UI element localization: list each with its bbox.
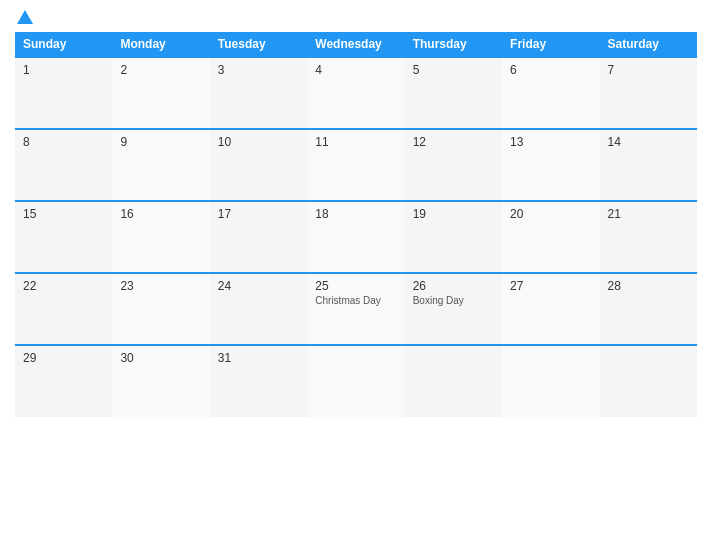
- calendar-week-row: 293031: [15, 345, 697, 417]
- calendar-cell: 8: [15, 129, 112, 201]
- calendar-cell: 24: [210, 273, 307, 345]
- day-number: 30: [120, 351, 201, 365]
- calendar-cell: 2: [112, 57, 209, 129]
- calendar-cell: 14: [600, 129, 697, 201]
- calendar-cell: 5: [405, 57, 502, 129]
- calendar-cell: 12: [405, 129, 502, 201]
- day-number: 29: [23, 351, 104, 365]
- calendar-cell: 3: [210, 57, 307, 129]
- day-number: 4: [315, 63, 396, 77]
- day-number: 7: [608, 63, 689, 77]
- calendar-week-row: 891011121314: [15, 129, 697, 201]
- day-number: 17: [218, 207, 299, 221]
- day-number: 11: [315, 135, 396, 149]
- day-number: 28: [608, 279, 689, 293]
- calendar-cell: 10: [210, 129, 307, 201]
- day-number: 26: [413, 279, 494, 293]
- day-number: 19: [413, 207, 494, 221]
- day-number: 21: [608, 207, 689, 221]
- day-number: 10: [218, 135, 299, 149]
- calendar-cell: 7: [600, 57, 697, 129]
- day-number: 14: [608, 135, 689, 149]
- calendar-cell: [600, 345, 697, 417]
- day-number: 9: [120, 135, 201, 149]
- weekday-header-wednesday: Wednesday: [307, 32, 404, 57]
- calendar-week-row: 1234567: [15, 57, 697, 129]
- calendar-week-row: 15161718192021: [15, 201, 697, 273]
- day-number: 23: [120, 279, 201, 293]
- day-number: 22: [23, 279, 104, 293]
- calendar-cell: 29: [15, 345, 112, 417]
- calendar-table: SundayMondayTuesdayWednesdayThursdayFrid…: [15, 32, 697, 417]
- day-number: 24: [218, 279, 299, 293]
- calendar-cell: 1: [15, 57, 112, 129]
- weekday-header-sunday: Sunday: [15, 32, 112, 57]
- calendar-cell: 9: [112, 129, 209, 201]
- day-number: 13: [510, 135, 591, 149]
- calendar-cell: 6: [502, 57, 599, 129]
- calendar-cell: 13: [502, 129, 599, 201]
- calendar-cell: 19: [405, 201, 502, 273]
- weekday-header-tuesday: Tuesday: [210, 32, 307, 57]
- day-number: 27: [510, 279, 591, 293]
- day-number: 8: [23, 135, 104, 149]
- day-number: 31: [218, 351, 299, 365]
- calendar-cell: 28: [600, 273, 697, 345]
- day-number: 25: [315, 279, 396, 293]
- day-number: 1: [23, 63, 104, 77]
- header: [15, 10, 697, 24]
- calendar-cell: [405, 345, 502, 417]
- calendar-cell: 30: [112, 345, 209, 417]
- calendar-cell: 16: [112, 201, 209, 273]
- event-label: Boxing Day: [413, 295, 494, 306]
- calendar-cell: 25Christmas Day: [307, 273, 404, 345]
- page: SundayMondayTuesdayWednesdayThursdayFrid…: [0, 0, 712, 550]
- day-number: 20: [510, 207, 591, 221]
- day-number: 2: [120, 63, 201, 77]
- calendar-cell: [307, 345, 404, 417]
- day-number: 5: [413, 63, 494, 77]
- calendar-cell: 18: [307, 201, 404, 273]
- day-number: 15: [23, 207, 104, 221]
- weekday-header-saturday: Saturday: [600, 32, 697, 57]
- calendar-cell: 22: [15, 273, 112, 345]
- calendar-cell: 23: [112, 273, 209, 345]
- day-number: 16: [120, 207, 201, 221]
- calendar-cell: 26Boxing Day: [405, 273, 502, 345]
- calendar-cell: 4: [307, 57, 404, 129]
- calendar-week-row: 22232425Christmas Day26Boxing Day2728: [15, 273, 697, 345]
- logo: [15, 10, 33, 24]
- weekday-header-monday: Monday: [112, 32, 209, 57]
- calendar-cell: 17: [210, 201, 307, 273]
- weekday-header-friday: Friday: [502, 32, 599, 57]
- logo-triangle-icon: [17, 10, 33, 24]
- calendar-cell: 15: [15, 201, 112, 273]
- calendar-cell: 11: [307, 129, 404, 201]
- calendar-cell: 21: [600, 201, 697, 273]
- event-label: Christmas Day: [315, 295, 396, 306]
- calendar-cell: 20: [502, 201, 599, 273]
- calendar-cell: [502, 345, 599, 417]
- day-number: 3: [218, 63, 299, 77]
- weekday-header-row: SundayMondayTuesdayWednesdayThursdayFrid…: [15, 32, 697, 57]
- calendar-cell: 27: [502, 273, 599, 345]
- day-number: 12: [413, 135, 494, 149]
- weekday-header-thursday: Thursday: [405, 32, 502, 57]
- day-number: 6: [510, 63, 591, 77]
- calendar-cell: 31: [210, 345, 307, 417]
- day-number: 18: [315, 207, 396, 221]
